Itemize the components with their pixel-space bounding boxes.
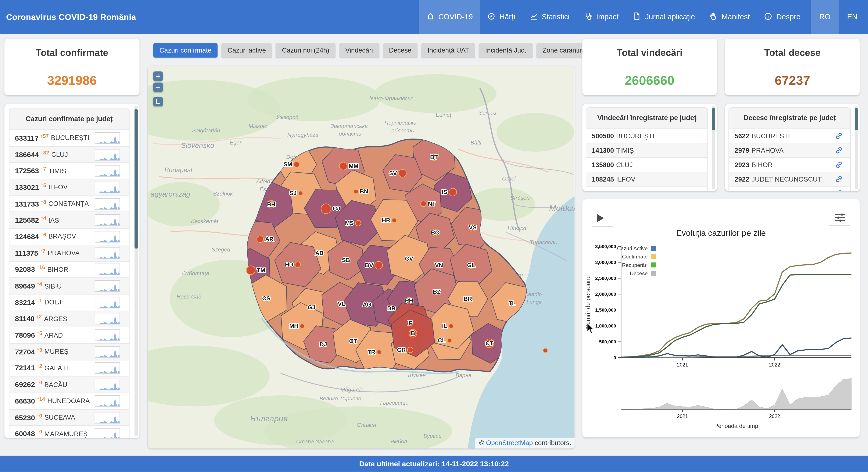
- county-marker-TM[interactable]: [246, 266, 255, 275]
- app-title: Coronavirus COVID-19 România: [6, 12, 136, 22]
- map-place-label: область: [392, 127, 414, 134]
- map-tab-3[interactable]: Vindecări: [339, 43, 379, 58]
- county-marker-SM[interactable]: [294, 162, 300, 167]
- zoom-in-button[interactable]: +: [153, 71, 163, 81]
- county-marker-IS[interactable]: [449, 188, 457, 196]
- county-marker-BV[interactable]: [375, 261, 382, 269]
- county-name: CLUJ: [51, 151, 68, 158]
- layers-button[interactable]: L: [153, 97, 163, 106]
- county-marker-NT[interactable]: [421, 201, 426, 207]
- county-row: 500500 BUCUREȘTI: [586, 128, 708, 143]
- map-tab-1[interactable]: Cazuri active: [221, 43, 272, 58]
- map-tab-5[interactable]: Incidență UAT: [422, 43, 475, 58]
- scrollbar-thumb[interactable]: [134, 109, 138, 249]
- scrollbar-thumb[interactable]: [855, 108, 858, 130]
- county-value: 60048: [15, 430, 35, 438]
- county-label-GJ: GJ: [308, 304, 316, 311]
- scrollbar[interactable]: [134, 106, 138, 436]
- link-icon[interactable]: [835, 176, 843, 183]
- nav-item-manifest[interactable]: Manifest: [702, 0, 757, 34]
- county-marker-HR[interactable]: [392, 218, 396, 223]
- total-deaths-card: Total decese 67237: [725, 39, 860, 95]
- county-name: CONSTANȚA: [751, 190, 792, 191]
- county-marker-MM[interactable]: [339, 162, 347, 170]
- confirmed-county-row: 172563 ↑7 TIMIȘ: [9, 162, 129, 179]
- county-row: 2923 BIHOR: [729, 157, 850, 171]
- nav-item-despre[interactable]: Despre: [757, 0, 808, 34]
- chart-settings-icon[interactable]: [834, 213, 845, 225]
- link-icon[interactable]: [835, 132, 843, 139]
- county-label-VL: VL: [338, 301, 345, 307]
- evolution-chart[interactable]: 0500,0001,000,0001,500,0002,000,0002,500…: [582, 238, 860, 432]
- county-marker-BN[interactable]: [354, 189, 358, 194]
- lang-en-button[interactable]: EN: [839, 0, 866, 34]
- map-place-label: область: [339, 130, 361, 137]
- county-sparkline: [95, 379, 120, 390]
- county-value: 83214: [15, 298, 35, 307]
- nav-item-impact[interactable]: Impact: [577, 0, 626, 34]
- county-value: 108245: [592, 175, 614, 183]
- county-name: ARAD: [44, 331, 63, 339]
- county-value: 65230: [15, 413, 35, 421]
- county-sparkline: [95, 280, 120, 292]
- scrollbar-thumb[interactable]: [712, 108, 715, 130]
- county-sparkline: [95, 428, 120, 438]
- county-label-IL: IL: [442, 323, 447, 329]
- county-delta: ↑4: [37, 281, 42, 287]
- county-label-BZ: BZ: [433, 288, 441, 295]
- county-marker-HD[interactable]: [295, 262, 301, 268]
- map-tab-4[interactable]: Decese: [383, 43, 417, 58]
- county-marker-MH[interactable]: [300, 324, 305, 328]
- county-name: HUNEDOARA: [47, 397, 90, 405]
- county-delta: ↑16: [37, 264, 45, 271]
- map-tab-0[interactable]: Cazuri confirmate: [153, 43, 218, 58]
- lang-ro-button[interactable]: RO: [811, 0, 839, 34]
- map-place-label: Miskolc: [248, 123, 267, 129]
- map-place-label: Закарпатська: [331, 123, 368, 129]
- nav-item-covid19[interactable]: COVID-19: [419, 0, 480, 34]
- map-place-label: Ceadîr-: [524, 291, 542, 297]
- county-label-SV: SV: [389, 170, 397, 177]
- county-marker-IL[interactable]: [449, 324, 454, 328]
- play-button[interactable]: [597, 214, 604, 225]
- map-place-label: Nyíregyháza: [287, 132, 318, 138]
- map-place-label: Чернівецька: [385, 120, 416, 126]
- nav-item-jurnal[interactable]: Jurnal aplicație: [626, 0, 702, 34]
- county-marker-GR[interactable]: [407, 347, 413, 353]
- county-value: 72704: [15, 348, 35, 356]
- county-name: MUREȘ: [44, 348, 68, 356]
- county-name: BUCUREȘTI: [51, 134, 89, 142]
- map-place-label: Slovensko: [181, 141, 214, 149]
- osm-link[interactable]: OpenStreetMap: [486, 439, 533, 447]
- map-place-label: Стара Загора: [296, 438, 334, 445]
- map-place-label: Budapest: [164, 166, 193, 174]
- chart-title: Evoluția cazurilor pe zile: [582, 228, 860, 238]
- link-icon[interactable]: [835, 147, 843, 154]
- map-tab-2[interactable]: Cazuri noi (24h): [276, 43, 336, 58]
- county-value: 141300: [592, 147, 614, 154]
- confirmed-county-row: 186644 ↑32 CLUJ: [9, 146, 129, 162]
- scrollbar[interactable]: [712, 106, 715, 189]
- county-marker-MS[interactable]: [355, 220, 361, 226]
- link-icon[interactable]: [835, 161, 843, 168]
- confirmed-county-row: 72141 ↑2 GALAȚI: [9, 360, 129, 376]
- county-marker-AR[interactable]: [257, 236, 264, 242]
- x-tick-label: 2021: [677, 362, 688, 368]
- county-row: 2979 PRAHOVA: [729, 143, 850, 157]
- county-marker-SV[interactable]: [399, 169, 406, 177]
- nav-item-statistici[interactable]: Statistici: [522, 0, 577, 34]
- nav-item-harti[interactable]: Hărți: [480, 0, 522, 34]
- map-zoom-controls: + − L: [153, 71, 163, 106]
- map-tab-6[interactable]: Incidență Jud.: [479, 43, 533, 58]
- link-icon[interactable]: [835, 190, 843, 191]
- zoom-out-button[interactable]: −: [153, 83, 163, 92]
- series-Confirmate: [621, 253, 851, 357]
- county-marker-CJ[interactable]: [321, 204, 331, 214]
- scrollbar[interactable]: [855, 106, 858, 189]
- romania-map[interactable]: SlovenskoBudapestSalgótarjánMiskolcEgerN…: [148, 66, 575, 448]
- county-marker-SJ[interactable]: [299, 191, 303, 195]
- county-marker-TR[interactable]: [377, 350, 381, 354]
- y-tick-label: 1,000,000: [595, 323, 616, 328]
- county-marker-CL[interactable]: [447, 338, 452, 343]
- status-bar: Data ultimei actualizari: 14-11-2022 13:…: [0, 456, 868, 472]
